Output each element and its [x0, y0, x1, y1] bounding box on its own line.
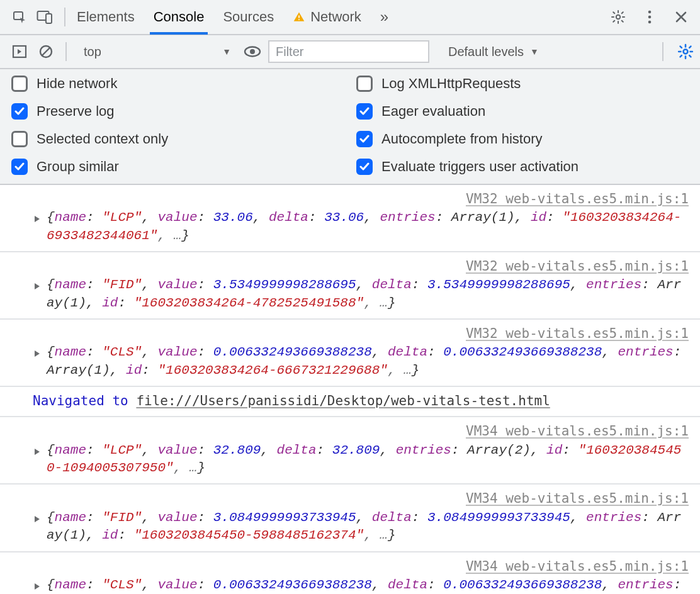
object-preview[interactable]: {name: "FID", value: 3.5349999998288695,…	[47, 276, 689, 312]
expand-triangle-icon[interactable]	[33, 444, 42, 459]
nav-url-link[interactable]: file:///Users/panissidi/Desktop/web-vita…	[136, 393, 550, 408]
tab-elements[interactable]: Elements	[77, 0, 135, 34]
svg-point-6	[648, 11, 652, 14]
console-output: VM32 web-vitals.es5.min.js:1{name: "LCP"…	[0, 185, 700, 594]
source-link[interactable]: VM32 web-vitals.es5.min.js:1	[11, 325, 689, 342]
chevron-down-icon: ▼	[222, 47, 231, 57]
checkbox-label: Group similar	[37, 159, 119, 175]
checkbox-label: Hide network	[37, 76, 117, 92]
tab-console[interactable]: Console	[154, 0, 205, 34]
source-link[interactable]: VM32 web-vitals.es5.min.js:1	[11, 190, 689, 208]
object-preview[interactable]: {name: "CLS", value: 0.00633249366938823…	[47, 344, 689, 379]
context-select-value: top	[84, 45, 101, 59]
console-entry: VM32 web-vitals.es5.min.js:1{name: "CLS"…	[0, 320, 700, 387]
source-link[interactable]: VM34 web-vitals.es5.min.js:1	[11, 558, 689, 575]
checkbox-group-similar[interactable]: Group similar	[11, 159, 344, 175]
log-levels-select[interactable]: Default levels ▼	[441, 40, 543, 63]
svg-point-8	[648, 21, 652, 24]
toggle-sidebar-icon[interactable]	[9, 41, 30, 62]
expand-triangle-icon[interactable]	[33, 579, 42, 594]
tabs-overflow[interactable]: »	[380, 0, 388, 34]
device-toolbar-icon[interactable]	[34, 6, 55, 28]
close-devtools-icon[interactable]	[670, 6, 692, 28]
navigation-entry: Navigated to file:///Users/panissidi/Des…	[0, 387, 700, 417]
svg-point-12	[250, 49, 255, 54]
inspect-element-icon[interactable]	[9, 6, 30, 28]
checkbox-label: Autocomplete from history	[381, 131, 543, 147]
svg-rect-2	[46, 14, 52, 23]
kebab-menu-icon[interactable]	[638, 6, 661, 28]
checkbox-selected-context[interactable]: Selected context only	[11, 131, 344, 147]
console-settings-panel: Hide network Log XMLHttpRequests Preserv…	[0, 69, 700, 185]
divider	[65, 42, 67, 61]
svg-rect-3	[298, 16, 300, 18]
live-expression-icon[interactable]	[242, 41, 263, 62]
object-preview[interactable]: {name: "LCP", value: 33.06, delta: 33.06…	[47, 209, 689, 245]
checkbox-log-xhr[interactable]: Log XMLHttpRequests	[356, 76, 689, 92]
expand-triangle-icon[interactable]	[33, 346, 42, 361]
console-toolbar: top ▼ Default levels ▼	[0, 35, 700, 69]
svg-point-7	[648, 16, 652, 19]
checkbox-label: Selected context only	[37, 131, 168, 147]
tabstrip-right	[607, 6, 692, 28]
tab-sources[interactable]: Sources	[223, 0, 274, 34]
checkbox-eval-user-activation[interactable]: Evaluate triggers user activation	[356, 159, 689, 175]
object-preview[interactable]: {name: "LCP", value: 32.809, delta: 32.8…	[47, 442, 689, 478]
checkbox-preserve-log[interactable]: Preserve log	[11, 103, 344, 120]
divider	[64, 8, 65, 26]
source-link[interactable]: VM34 web-vitals.es5.min.js:1	[11, 490, 689, 507]
tab-network[interactable]: Network	[293, 0, 361, 34]
checkbox-label: Log XMLHttpRequests	[381, 76, 521, 92]
checkbox-label: Eager evaluation	[381, 103, 485, 120]
panel-tabs: Elements Console Sources Network »	[77, 0, 388, 34]
warning-icon	[293, 11, 305, 23]
source-link[interactable]: VM32 web-vitals.es5.min.js:1	[11, 257, 689, 275]
console-entry: VM34 web-vitals.es5.min.js:1{name: "FID"…	[0, 485, 700, 552]
object-preview[interactable]: {name: "FID", value: 3.0849999993733945,…	[47, 509, 689, 545]
filter-input[interactable]	[268, 40, 429, 63]
checkbox-label: Evaluate triggers user activation	[381, 159, 579, 175]
svg-point-5	[616, 15, 620, 19]
expand-triangle-icon[interactable]	[33, 279, 42, 294]
console-settings-gear-icon[interactable]	[675, 41, 696, 62]
context-select[interactable]: top ▼	[76, 40, 237, 63]
log-levels-value: Default levels	[448, 45, 524, 59]
checkbox-label: Preserve log	[37, 103, 115, 120]
checkbox-autocomplete-history[interactable]: Autocomplete from history	[356, 131, 689, 147]
console-entry: VM34 web-vitals.es5.min.js:1{name: "CLS"…	[0, 552, 700, 595]
nav-label: Navigated to	[33, 393, 136, 408]
checkbox-eager-eval[interactable]: Eager evaluation	[356, 103, 689, 120]
clear-console-icon[interactable]	[35, 41, 57, 62]
svg-point-13	[684, 50, 688, 54]
expand-triangle-icon[interactable]	[33, 211, 42, 227]
object-preview[interactable]: {name: "CLS", value: 0.00633249366938823…	[47, 576, 689, 594]
console-entry: VM32 web-vitals.es5.min.js:1{name: "FID"…	[0, 252, 700, 320]
source-link[interactable]: VM34 web-vitals.es5.min.js:1	[11, 422, 689, 440]
svg-rect-4	[298, 19, 300, 20]
console-entry: VM32 web-vitals.es5.min.js:1{name: "LCP"…	[0, 185, 700, 252]
devtools-tabstrip: Elements Console Sources Network »	[0, 0, 700, 35]
console-entry: VM34 web-vitals.es5.min.js:1{name: "LCP"…	[0, 417, 700, 485]
expand-triangle-icon[interactable]	[33, 512, 42, 527]
settings-gear-icon[interactable]	[607, 6, 629, 28]
chevron-down-icon: ▼	[530, 47, 539, 57]
divider	[662, 42, 663, 61]
checkbox-hide-network[interactable]: Hide network	[11, 76, 344, 92]
